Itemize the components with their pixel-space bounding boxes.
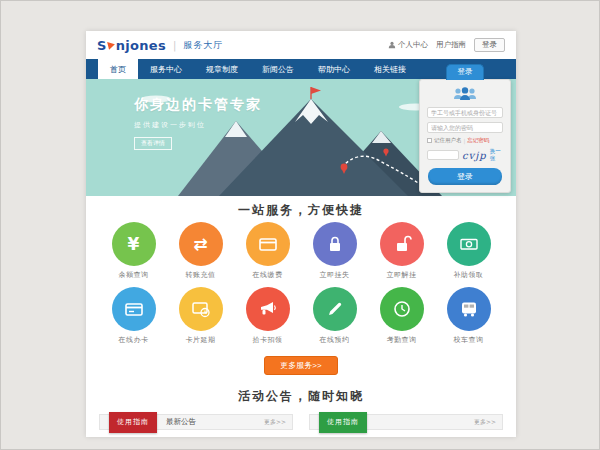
- captcha-row: cvjp 换一张: [427, 148, 503, 162]
- service-found-card-claim[interactable]: 拾卡招领: [237, 287, 299, 345]
- login-options-row: 记住用户名 | 忘记密码: [427, 137, 503, 144]
- nav-item-home[interactable]: 首页: [98, 59, 138, 79]
- remember-checkbox[interactable]: [427, 138, 432, 143]
- service-subsidy-collect[interactable]: 补助领取: [438, 222, 500, 280]
- lock-icon: [325, 234, 345, 254]
- announcement-panels: 使用指南 最新公告 更多>> 使用指南 更多>>: [86, 414, 516, 430]
- service-cancel-loss[interactable]: 立即解挂: [371, 222, 433, 280]
- logo-suffix: njones: [116, 38, 166, 53]
- remember-label: 记住用户名: [434, 137, 462, 144]
- users-icon: [450, 86, 480, 102]
- announcements-section-title: 活动公告，随时知晓: [86, 388, 516, 405]
- site-page: S njones | 服务大厅 个人中心 用户指南 登录 首页 服务中心 规章制…: [86, 31, 516, 437]
- services-grid-row1: ¥ 余额查询 ⇄ 转账充值 在线缴费 立即挂失: [86, 222, 516, 280]
- services-grid-row2: 在线办卡 卡片延期 拾卡招领 在线预约: [86, 287, 516, 345]
- login-panel: 登录 记住用户名 | 忘记密码 cvjp 换一张: [419, 64, 511, 193]
- guide-panel: 使用指南 最新公告 更多>>: [99, 414, 293, 430]
- yen-icon: ¥: [128, 236, 140, 253]
- nav-item-links[interactable]: 相关链接: [362, 59, 418, 79]
- hero-cta-button[interactable]: 查看详情: [134, 137, 172, 150]
- pencil-icon: [325, 299, 345, 319]
- service-report-loss[interactable]: 立即挂失: [304, 222, 366, 280]
- site-header: S njones | 服务大厅 个人中心 用户指南 登录: [86, 31, 516, 59]
- transfer-icon: ⇄: [193, 236, 207, 253]
- guide-ribbon-tab[interactable]: 使用指南: [109, 412, 157, 433]
- header-divider: |: [173, 40, 176, 51]
- services-section-title: 一站服务，方便快捷: [86, 202, 516, 219]
- refresh-captcha-link[interactable]: 换一张: [490, 148, 503, 162]
- screenshot-canvas: S njones | 服务大厅 个人中心 用户指南 登录 首页 服务中心 规章制…: [0, 0, 600, 450]
- service-online-booking[interactable]: 在线预约: [304, 287, 366, 345]
- hero-text: 你身边的卡管专家 提供建设一步到位 查看详情: [134, 96, 262, 150]
- service-school-bus-query[interactable]: 校车查询: [438, 287, 500, 345]
- username-input[interactable]: [427, 107, 503, 118]
- site-name: 服务大厅: [183, 39, 223, 52]
- hero-subtitle: 提供建设一步到位: [134, 120, 262, 130]
- login-tab[interactable]: 登录: [446, 64, 484, 80]
- service-online-payment[interactable]: 在线缴费: [237, 222, 299, 280]
- latest-news-tab[interactable]: 最新公告: [166, 417, 196, 427]
- personal-center-link[interactable]: 个人中心: [388, 40, 428, 50]
- megaphone-icon: [258, 299, 278, 319]
- usage-more-link[interactable]: 更多>>: [474, 418, 496, 427]
- new-card-icon: [124, 299, 144, 319]
- logo-prefix: S: [97, 38, 107, 53]
- user-guide-link[interactable]: 用户指南: [436, 40, 466, 50]
- password-input[interactable]: [427, 122, 503, 133]
- nav-item-rules[interactable]: 规章制度: [194, 59, 250, 79]
- more-services-button[interactable]: 更多服务>>: [264, 356, 338, 375]
- service-attendance-query[interactable]: 考勤查询: [371, 287, 433, 345]
- captcha-input[interactable]: [427, 150, 459, 160]
- usage-ribbon-tab[interactable]: 使用指南: [319, 412, 367, 433]
- clock-icon: [392, 299, 412, 319]
- service-card-extension[interactable]: 卡片延期: [170, 287, 232, 345]
- header-login-button[interactable]: 登录: [474, 38, 505, 52]
- usage-panel: 使用指南 更多>>: [309, 414, 503, 430]
- service-online-card-apply[interactable]: 在线办卡: [103, 287, 165, 345]
- header-links: 个人中心 用户指南 登录: [388, 38, 505, 52]
- nav-item-news[interactable]: 新闻公告: [250, 59, 306, 79]
- logo-arrow-icon: [107, 40, 116, 49]
- login-form: 记住用户名 | 忘记密码 cvjp 换一张 登录: [419, 79, 511, 193]
- service-balance-query[interactable]: ¥ 余额查询: [103, 222, 165, 280]
- nav-item-help[interactable]: 帮助中心: [306, 59, 362, 79]
- captcha-image[interactable]: cvjp: [462, 150, 487, 161]
- card-clock-icon: [191, 299, 211, 319]
- guide-more-link[interactable]: 更多>>: [264, 418, 286, 427]
- unlock-icon: [392, 234, 412, 254]
- person-icon: [388, 41, 396, 49]
- card-icon: [258, 234, 278, 254]
- forgot-password-link[interactable]: 忘记密码: [467, 137, 489, 144]
- hero-title: 你身边的卡管专家: [134, 96, 262, 114]
- banknote-icon: [459, 234, 479, 254]
- login-submit-button[interactable]: 登录: [428, 168, 502, 185]
- nav-item-service-center[interactable]: 服务中心: [138, 59, 194, 79]
- service-transfer-recharge[interactable]: ⇄ 转账充值: [170, 222, 232, 280]
- logo[interactable]: S njones: [97, 38, 166, 53]
- bus-icon: [459, 299, 479, 319]
